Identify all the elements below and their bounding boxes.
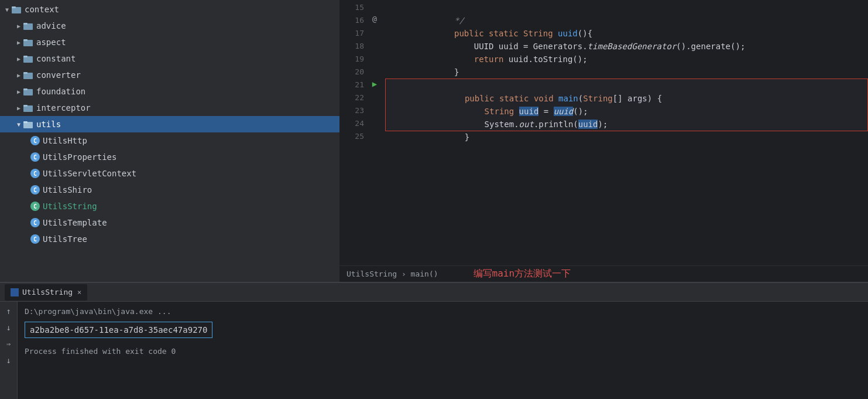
- tree-label-advice: advice: [36, 21, 66, 30]
- arrow-icon: ▶: [14, 72, 23, 79]
- tree-item-UtilsProperties[interactable]: C UtilsProperties: [0, 149, 339, 165]
- breadcrumb-bar: UtilsString › main() 编写main方法测试一下: [339, 265, 868, 282]
- tree-item-UtilsTree[interactable]: C UtilsTree: [0, 231, 339, 247]
- tree-label-UtilsServletContext: UtilsServletContext: [43, 169, 136, 178]
- tree-label-UtilsProperties: UtilsProperties: [43, 152, 116, 162]
- class-icon-green: C: [30, 202, 40, 211]
- uuid-output-wrapper: a2ba2be8-d657-11ea-a7d8-35aec47a9270: [25, 322, 861, 340]
- svg-rect-15: [23, 121, 28, 123]
- tree-label-interceptor: interceptor: [36, 103, 91, 112]
- bottom-sidebar: ↑ ↓ ⇒ ↓: [0, 302, 18, 399]
- folder-icon: [23, 120, 34, 128]
- tree-item-UtilsHttp[interactable]: C UtilsHttp: [0, 132, 339, 149]
- console-path: D:\program\java\bin\java.exe ...: [25, 305, 861, 318]
- tree-label-foundation: foundation: [36, 87, 85, 96]
- svg-rect-3: [23, 23, 28, 25]
- bottom-tab-bar: UtilsString ×: [0, 283, 868, 302]
- tree-label-UtilsString: UtilsString: [43, 202, 97, 211]
- tree-label-UtilsTemplate: UtilsTemplate: [43, 218, 107, 227]
- bottom-content: ↑ ↓ ⇒ ↓ D:\program\java\bin\java.exe ...…: [0, 302, 868, 399]
- folder-icon: [23, 104, 34, 112]
- tree-item-advice[interactable]: ▶ advice: [0, 18, 339, 34]
- arrow-icon: ▶: [14, 39, 23, 46]
- tree-item-UtilsShiro[interactable]: C UtilsShiro: [0, 182, 339, 198]
- tree-item-interceptor[interactable]: ▶ interceptor: [0, 100, 339, 116]
- svg-rect-11: [23, 88, 28, 90]
- tree-label-context: context: [25, 5, 59, 14]
- tree-item-UtilsTemplate[interactable]: C UtilsTemplate: [0, 214, 339, 231]
- tree-label-UtilsShiro: UtilsShiro: [43, 185, 92, 195]
- code-lines: */ public static String uuid(){ UUID uui…: [380, 0, 868, 265]
- tree-item-UtilsString[interactable]: C UtilsString: [0, 198, 339, 214]
- line-numbers: 15 16 17 18 19 20 21 22 23 24 25: [339, 0, 369, 265]
- tab-icon: [11, 288, 19, 296]
- gutter: @ ▶: [369, 0, 380, 265]
- class-icon: C: [30, 136, 40, 145]
- tree-item-aspect[interactable]: ▶ aspect: [0, 34, 339, 50]
- uuid-output: a2ba2be8-d657-11ea-a7d8-35aec47a9270: [25, 322, 212, 338]
- tree-item-utils[interactable]: ▼ utils: [0, 116, 339, 132]
- svg-rect-5: [23, 39, 28, 41]
- class-icon: C: [30, 218, 40, 227]
- bottom-tab-utilsstring[interactable]: UtilsString ×: [5, 284, 87, 301]
- code-content: 15 16 17 18 19 20 21 22 23 24 25 @: [339, 0, 868, 265]
- arrow-icon: ▶: [14, 88, 23, 95]
- code-editor: 15 16 17 18 19 20 21 22 23 24 25 @: [339, 0, 868, 282]
- tree-item-UtilsServletContext[interactable]: C UtilsServletContext: [0, 165, 339, 182]
- class-icon: C: [30, 185, 40, 195]
- arrow-icon: ▼: [2, 6, 12, 13]
- tree-item-foundation[interactable]: ▶ foundation: [0, 83, 339, 100]
- svg-rect-1: [12, 6, 16, 8]
- tree-label-converter: converter: [36, 70, 81, 80]
- annotation-text: 编写main方法测试一下: [474, 268, 571, 280]
- tree-label-UtilsTree: UtilsTree: [43, 234, 87, 244]
- folder-icon: [23, 71, 34, 79]
- stop-button[interactable]: ↓: [3, 354, 15, 366]
- rerun-button[interactable]: ⇒: [3, 338, 15, 350]
- scroll-up-button[interactable]: ↑: [3, 305, 15, 317]
- svg-rect-13: [23, 105, 28, 107]
- code-line-21: public static void main(String[] args) {: [386, 79, 867, 92]
- svg-rect-9: [23, 72, 28, 74]
- arrow-icon: ▶: [14, 23, 23, 29]
- scroll-down-button[interactable]: ↓: [3, 322, 15, 333]
- tree-item-constant[interactable]: ▶ constant: [0, 50, 339, 67]
- svg-rect-7: [23, 56, 28, 57]
- folder-icon: [23, 22, 34, 30]
- tree-item-converter[interactable]: ▶ converter: [0, 67, 339, 83]
- arrow-icon: ▶: [14, 105, 23, 111]
- tree-label-utils: utils: [36, 120, 61, 129]
- exit-message: Process finished with exit code 0: [25, 345, 861, 358]
- main-area: ▼ context ▶ advice ▶: [0, 0, 868, 282]
- class-icon: C: [30, 152, 40, 162]
- bottom-panel: UtilsString × ↑ ↓ ⇒ ↓ D:\program\java\bi…: [0, 282, 868, 399]
- class-icon: C: [30, 234, 40, 244]
- code-line-15: */: [385, 1, 868, 14]
- console-output: D:\program\java\bin\java.exe ... a2ba2be…: [18, 302, 868, 399]
- breadcrumb: UtilsString › main(): [346, 270, 438, 278]
- folder-icon: [23, 87, 34, 96]
- folder-icon: [12, 5, 22, 13]
- tree-item-context[interactable]: ▼ context: [0, 1, 339, 18]
- tree-label-constant: constant: [36, 54, 76, 63]
- tree-label-UtilsHttp: UtilsHttp: [43, 136, 87, 145]
- tab-label: UtilsString: [22, 288, 73, 296]
- tree-label-aspect: aspect: [36, 37, 66, 47]
- arrow-icon: ▼: [14, 121, 23, 128]
- file-tree-sidebar: ▼ context ▶ advice ▶: [0, 0, 339, 282]
- arrow-icon: ▶: [14, 56, 23, 62]
- folder-icon: [23, 38, 34, 46]
- folder-icon: [23, 54, 34, 63]
- close-button[interactable]: ×: [77, 288, 81, 296]
- class-icon: C: [30, 169, 40, 178]
